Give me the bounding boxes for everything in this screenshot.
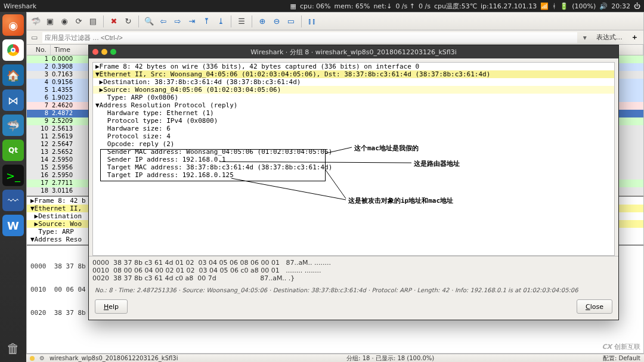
- capture-options-icon[interactable]: ◉: [58, 15, 71, 28]
- ip-addr: ip:116.27.101.13: [481, 2, 537, 10]
- net-label: net:↓: [373, 2, 392, 10]
- col-header-time[interactable]: Time: [51, 45, 94, 55]
- vscode-icon[interactable]: ⋈: [2, 89, 24, 111]
- close-capture-icon[interactable]: ✖: [107, 15, 120, 28]
- trash-icon[interactable]: 🗑: [7, 341, 20, 356]
- svg-line-3: [231, 178, 346, 200]
- wifi-icon[interactable]: 📶: [540, 2, 549, 10]
- window-controls[interactable]: [92, 49, 116, 55]
- close-button[interactable]: Close: [577, 299, 612, 314]
- auto-scroll-icon[interactable]: ☰: [235, 15, 248, 28]
- chrome-icon[interactable]: [2, 39, 24, 61]
- main-toolbar: 🦈 ▣ ◉ ⟳ ▤ ✖ ↻ 🔍 ⇦ ⇨ ⇥ ⤒ ⤓ ☰ ⊕ ⊖ ▭ ⫿⫿: [27, 13, 643, 30]
- app-fin-icon[interactable]: 〰: [2, 190, 24, 211]
- go-first-icon[interactable]: ⤒: [200, 15, 213, 28]
- detail-line[interactable]: ▶Source: Woonsang_04:05:06 (01:02:03:04:…: [93, 86, 614, 94]
- dialog-title: Wireshark · 分组 8 · wireshark_wlp8s0_2018…: [250, 48, 457, 57]
- start-capture-icon[interactable]: ⟳: [72, 15, 85, 28]
- launcher-dock: ◉ 🏠 ⋈ 🦈 Qt >_ 〰 W 🗑: [0, 12, 26, 362]
- reload-icon[interactable]: ↻: [122, 15, 135, 28]
- expert-info-icon[interactable]: [30, 356, 35, 361]
- find-icon[interactable]: 🔍: [143, 15, 156, 28]
- clock: 20:32: [611, 2, 630, 10]
- wps-icon[interactable]: W: [2, 215, 24, 236]
- open-icon[interactable]: ▣: [44, 15, 57, 28]
- display-filter-input[interactable]: [42, 32, 577, 43]
- minimize-window-icon[interactable]: [101, 49, 107, 55]
- dialog-details-pane[interactable]: ▶Frame 8: 42 bytes on wire (336 bits), 4…: [92, 62, 615, 256]
- jump-icon[interactable]: ⇥: [185, 15, 199, 28]
- arp-highlight-box: [100, 149, 326, 181]
- main-statusbar: ⚙ wireshark_wlp8s0_20180612203126_kSfl3i…: [26, 354, 644, 362]
- watermark: CX创新互联: [602, 342, 640, 351]
- terminal-icon[interactable]: >_: [2, 165, 24, 186]
- capture-file-props-icon[interactable]: ⚙: [39, 355, 45, 361]
- add-filter-button[interactable]: +: [628, 33, 641, 41]
- detail-line[interactable]: Protocol type: IPv4 (0x0800): [93, 117, 614, 125]
- close-window-icon[interactable]: [92, 49, 98, 55]
- shark-fin-icon[interactable]: 🦈: [29, 15, 42, 28]
- battery-pct: (100%): [572, 2, 596, 10]
- packet-dialog: Wireshark · 分组 8 · wireshark_wlp8s0_2018…: [88, 45, 619, 320]
- detail-line[interactable]: Hardware type: Ethernet (1): [93, 109, 614, 117]
- resize-cols-icon[interactable]: ⫿⫿: [305, 15, 318, 28]
- clear-filter-icon[interactable]: ▾: [580, 32, 590, 43]
- mem-stat: mem: 65%: [335, 2, 370, 10]
- detail-line[interactable]: Opcode: reply (2): [93, 140, 614, 148]
- qt-icon[interactable]: Qt: [2, 140, 24, 161]
- stop-capture-icon[interactable]: ▤: [86, 15, 100, 28]
- help-button[interactable]: Help: [95, 299, 128, 314]
- cpu-temp: cpu温度:53℃: [434, 2, 477, 11]
- annotation-text: 这个mac地址是我假的: [354, 144, 419, 153]
- detail-line[interactable]: Protocol size: 4: [93, 132, 614, 140]
- battery-icon[interactable]: 🔋: [560, 2, 568, 10]
- zoom-reset-icon[interactable]: ▭: [284, 15, 298, 28]
- status-file: wireshark_wlp8s0_20180612203126_kSfl3i: [49, 355, 178, 361]
- detail-line[interactable]: ▼Address Resolution Protocol (reply): [93, 101, 614, 109]
- dialog-status-line: No.: 8 · Time: 2.487251336 · Source: Woo…: [89, 284, 618, 296]
- go-back-icon[interactable]: ⇦: [157, 15, 170, 28]
- bt-icon[interactable]: ᚼ: [552, 2, 556, 10]
- status-profile[interactable]: 配置: Default: [603, 354, 640, 363]
- dialog-hex-pane[interactable]: 0000 38 37 8b c3 61 4d 01 02 03 04 05 06…: [89, 256, 618, 284]
- app-title: Wireshark: [4, 2, 36, 10]
- cpu-stat: cpu: 06%: [300, 2, 331, 10]
- go-forward-icon[interactable]: ⇨: [171, 15, 184, 28]
- panel-icon: ▦: [290, 2, 296, 10]
- volume-icon[interactable]: 🔊: [599, 2, 608, 10]
- display-filter-bar: ▭ ▾ 表达式… +: [27, 30, 643, 45]
- status-mid: 分组: 18 · 已显示: 18 (100.0%): [346, 354, 434, 363]
- annotation-text: 这是被攻击对象的ip地址和mac地址: [348, 196, 453, 205]
- zoom-out-icon[interactable]: ⊖: [270, 15, 283, 28]
- go-last-icon[interactable]: ⤓: [214, 15, 227, 28]
- maximize-window-icon[interactable]: [110, 49, 116, 55]
- net-down: 0 /s ↑: [395, 2, 415, 10]
- dialog-titlebar[interactable]: Wireshark · 分组 8 · wireshark_wlp8s0_2018…: [89, 45, 618, 58]
- system-topbar: Wireshark ▦ cpu: 06% mem: 65% net:↓ 0 /s…: [0, 0, 644, 12]
- expression-button[interactable]: 表达式…: [593, 33, 626, 42]
- detail-line[interactable]: ▼Ethernet II, Src: Woonsang_04:05:06 (01…: [93, 70, 614, 78]
- ubuntu-launcher-icon[interactable]: ◉: [2, 14, 24, 36]
- col-header-no[interactable]: No.: [27, 45, 51, 55]
- detail-line[interactable]: Hardware size: 6: [93, 125, 614, 132]
- wireshark-fin-icon[interactable]: 🦈: [2, 115, 24, 136]
- annotation-text: 这是路由器地址: [414, 159, 460, 168]
- detail-line[interactable]: Type: ARP (0x0806): [93, 94, 614, 101]
- bookmark-filter-icon[interactable]: ▭: [29, 32, 40, 43]
- files-icon[interactable]: 🏠: [2, 64, 24, 86]
- detail-line[interactable]: ▶Destination: 38:37:8b:c3:61:4d (38:37:8…: [93, 78, 614, 86]
- power-icon[interactable]: ⏻: [634, 2, 640, 10]
- net-up: 0 /s: [419, 2, 431, 10]
- zoom-in-icon[interactable]: ⊕: [256, 15, 269, 28]
- detail-line[interactable]: ▶Frame 8: 42 bytes on wire (336 bits), 4…: [93, 63, 614, 70]
